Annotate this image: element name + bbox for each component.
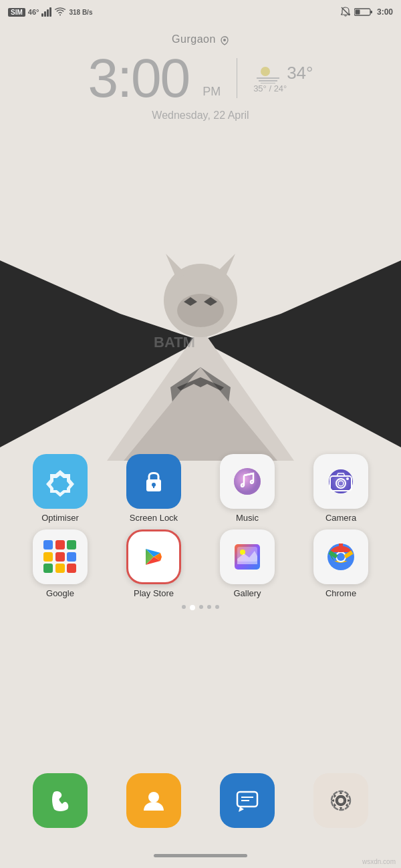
app-screenlock[interactable]: Screen Lock [117,454,190,523]
status-right: 3:00 [341,7,393,17]
status-left: SIM 46° 318 B/s [8,7,92,17]
screenlock-icon [137,465,170,498]
page-dots [13,605,388,610]
screenlock-icon-bg [126,454,181,509]
page-dot-1 [182,605,186,609]
phone-icon-bg [33,773,88,828]
optimiser-icon-bg [33,454,88,509]
bottom-dock [0,773,401,828]
wifi-icon [54,7,66,17]
messages-icon [232,785,263,816]
time-period: PM [203,85,221,99]
music-label: Music [236,513,259,523]
app-optimiser[interactable]: Optimiser [23,454,97,523]
settings-icon [324,784,358,817]
app-playstore[interactable]: Play Store [117,529,190,598]
camera-icon [323,464,358,499]
contacts-icon [138,785,169,816]
svg-rect-14 [153,485,154,488]
optimiser-label: Optimiser [41,513,79,523]
gallery-label: Gallery [233,588,261,598]
gallery-icon-bg [220,529,275,584]
app-chrome[interactable]: Chrome [304,529,378,598]
app-grid: Optimiser Screen Lock [0,454,401,618]
data-speed: 318 B/s [69,9,92,16]
google-icon [43,540,77,574]
svg-point-29 [337,553,345,561]
network-type: 46° [28,8,39,16]
page-dot-3 [199,605,203,609]
mute-icon [341,7,350,17]
optimiser-icon [43,465,77,498]
messages-icon-bg [220,773,275,828]
gallery-icon [229,539,265,575]
svg-point-5 [261,67,270,76]
chrome-icon [323,539,359,575]
app-row-2: Google [13,529,388,598]
settings-icon-bg [313,773,368,828]
music-icon [229,463,265,499]
svg-point-23 [346,477,349,480]
app-row-1: Optimiser Screen Lock [13,454,388,523]
music-icon-bg [220,454,275,509]
location-text: Gurgaon [172,33,216,45]
playstore-label: Play Store [134,588,174,598]
svg-text:BATM: BATM [154,334,195,351]
time-row: 3:00 PM 34° 35° / 24° [0,51,401,105]
date-text: Wednesday, 22 April [0,110,401,122]
svg-point-33 [148,792,159,803]
chrome-icon-bg [313,529,368,584]
svg-point-4 [223,39,226,41]
svg-rect-2 [370,11,372,13]
weather-icon [253,63,283,83]
home-indicator[interactable] [154,854,247,857]
svg-rect-3 [355,10,360,15]
time-display: 3:00 [88,51,190,105]
clock-display: 3:00 [377,7,393,17]
dock-phone[interactable] [23,773,97,828]
contacts-icon-bg [126,773,181,828]
dock-contacts[interactable] [117,773,190,828]
svg-rect-34 [237,792,257,807]
phone-icon [45,785,76,816]
weather-section: 34° 35° / 24° [253,63,313,93]
signal-bars [41,7,51,17]
camera-label: Camera [325,513,356,523]
watermark: wsxdn.com [362,858,396,865]
camera-icon-bg [313,454,368,509]
app-google[interactable]: Google [23,529,97,598]
google-label: Google [46,588,74,598]
page-dot-4 [207,605,211,609]
svg-point-16 [234,468,261,495]
app-camera[interactable]: Camera [304,454,378,523]
svg-point-10 [177,294,224,327]
playstore-icon-bg [126,529,181,584]
page-dot-2 [190,605,195,610]
svg-point-38 [338,797,344,804]
batman-wallpaper: BATM [0,194,401,474]
dock-messages[interactable] [211,773,284,828]
chrome-label: Chrome [325,588,356,598]
temperature-range: 35° / 24° [253,83,287,93]
screenlock-label: Screen Lock [130,513,178,523]
app-music[interactable]: Music [211,454,284,523]
temperature-main: 34° [287,63,313,83]
page-dot-5 [215,605,219,609]
dock-settings[interactable] [304,773,378,828]
clock-section: Gurgaon 3:00 PM 34° 35° / 24° Wednesday, [0,33,401,122]
playstore-icon [136,539,171,574]
carrier-label: SIM [8,8,25,17]
status-bar: SIM 46° 318 B/s 3:00 [0,0,401,24]
app-gallery[interactable]: Gallery [211,529,284,598]
batman-svg: BATM [0,194,401,474]
google-icon-bg [33,529,88,584]
svg-point-39 [331,791,350,810]
battery-icon [354,7,373,17]
location-icon [220,36,229,45]
